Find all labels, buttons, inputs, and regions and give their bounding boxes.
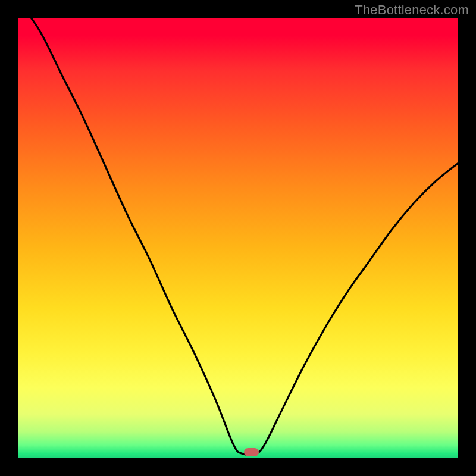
curve-svg: [18, 18, 458, 458]
optimum-marker: [244, 448, 259, 456]
bottleneck-curve-line: [18, 18, 458, 455]
watermark-text: TheBottleneck.com: [355, 2, 469, 18]
plot-area: [18, 18, 458, 458]
chart-container: TheBottleneck.com: [0, 0, 476, 476]
